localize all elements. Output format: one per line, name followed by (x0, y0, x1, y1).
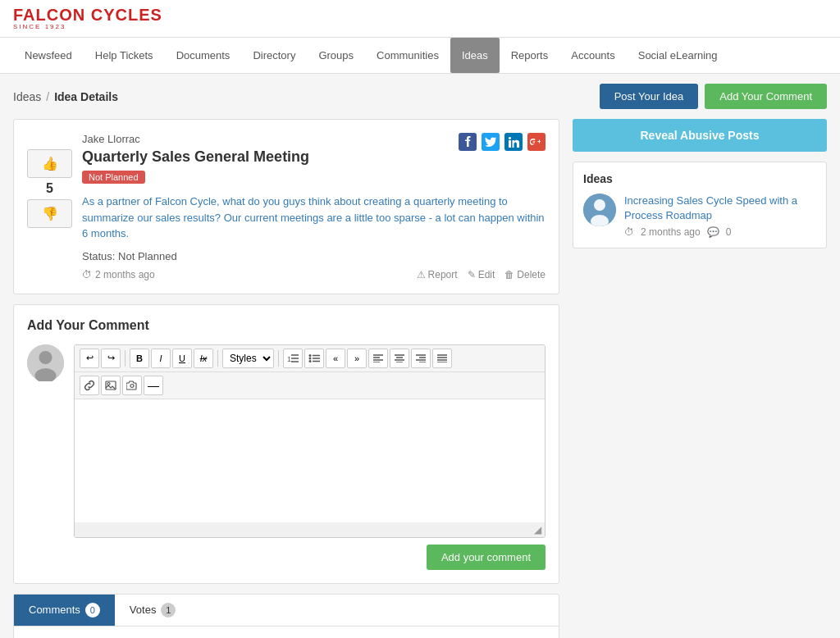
report-button[interactable]: ⚠ Report (417, 269, 458, 280)
nav-social-elearning[interactable]: Social eLearning (627, 38, 729, 73)
nav-reports[interactable]: Reports (500, 38, 560, 73)
nav-newsfeed[interactable]: Newsfeed (13, 38, 84, 73)
breadcrumb-actions: Post Your Idea Add Your Comment (600, 84, 827, 109)
svg-point-7 (309, 354, 312, 357)
breadcrumb-bar: Ideas / Idea Details Post Your Idea Add … (0, 74, 840, 119)
brand-name: FALCON CYCLES (13, 7, 162, 23)
idea-meta: ⏱ 2 months ago ⚠ Report ✎ Edit (82, 269, 546, 280)
tab-votes[interactable]: Votes 1 (115, 595, 191, 626)
sidebar-clock-icon: ⏱ (624, 226, 634, 238)
nav-ideas[interactable]: Ideas (450, 38, 500, 73)
editor-resize-handle: ◢ (75, 522, 545, 537)
tabs-section: Comments 0 Votes 1 No records to display (13, 594, 559, 639)
tab-comments[interactable]: Comments 0 (14, 595, 115, 626)
comment-editor-body[interactable] (75, 399, 545, 522)
align-left-button[interactable] (368, 349, 388, 368)
tab-comments-badge: 0 (85, 603, 100, 617)
clock-icon: ⏱ (82, 269, 92, 280)
pencil-icon: ✎ (468, 269, 476, 280)
toolbar-separator-3 (278, 350, 279, 367)
outdent-button[interactable]: « (326, 349, 345, 368)
main-layout: 👍 5 👎 Jake Llorrac Quarterly Sales Gener… (0, 119, 840, 638)
breadcrumb-parent[interactable]: Ideas (13, 90, 41, 103)
sidebar-idea-link[interactable]: Increasing Sales Cycle Speed with a Proc… (624, 194, 816, 223)
image-button[interactable] (101, 376, 121, 395)
ordered-list-button[interactable]: 1. (283, 349, 303, 368)
post-idea-button[interactable]: Post Your Idea (600, 84, 699, 109)
idea-actions: ⚠ Report ✎ Edit 🗑 Delete (417, 269, 546, 280)
upvote-button[interactable]: 👍 (27, 149, 72, 178)
sidebar-idea-content: Increasing Sales Cycle Speed with a Proc… (624, 194, 816, 238)
comment-form: ↩ ↪ B I U Ix Styles 1. (27, 344, 546, 538)
reveal-abusive-posts-button[interactable]: Reveal Abusive Posts (573, 119, 827, 152)
no-records-message: No records to display (14, 627, 559, 639)
unordered-list-button[interactable] (304, 349, 324, 368)
sidebar-comment-icon: 💬 (707, 226, 719, 238)
social-share-icons (459, 133, 546, 151)
add-comment-button[interactable]: Add your comment (427, 545, 546, 570)
facebook-share-icon[interactable] (459, 133, 477, 151)
strikethrough-button[interactable]: Ix (194, 349, 213, 368)
edit-button[interactable]: ✎ Edit (468, 269, 495, 280)
styles-dropdown[interactable]: Styles (222, 349, 274, 368)
idea-status-badge: Not Planned (82, 171, 145, 184)
status-value: Not Planned (118, 250, 177, 262)
vote-count: 5 (46, 181, 53, 196)
tabs-bar: Comments 0 Votes 1 (14, 595, 559, 627)
nav-directory[interactable]: Directory (241, 38, 307, 73)
twitter-share-icon[interactable] (482, 133, 500, 151)
header: FALCON CYCLES SINCE 1923 (0, 0, 840, 38)
redo-button[interactable]: ↪ (101, 349, 121, 368)
editor-toolbar: ↩ ↪ B I U Ix Styles 1. (75, 345, 545, 372)
undo-button[interactable]: ↩ (80, 349, 99, 368)
camera-button[interactable] (122, 376, 142, 395)
align-right-button[interactable] (411, 349, 431, 368)
add-comment-row: Add your comment (27, 545, 546, 570)
warning-icon: ⚠ (417, 269, 426, 280)
italic-button[interactable]: I (151, 349, 171, 368)
underline-button[interactable]: U (172, 349, 192, 368)
link-button[interactable] (80, 376, 99, 395)
idea-status-text: Status: Not Planned (82, 250, 546, 262)
justify-button[interactable] (432, 349, 452, 368)
svg-point-8 (309, 357, 312, 359)
tab-comments-label: Comments (29, 604, 80, 616)
idea-author: Jake Llorrac (82, 133, 309, 145)
nav-groups[interactable]: Groups (307, 38, 365, 73)
bold-button[interactable]: B (130, 349, 149, 368)
hr-button[interactable]: — (144, 376, 163, 395)
sidebar-idea-item: Increasing Sales Cycle Speed with a Proc… (583, 194, 816, 238)
resize-icon: ◢ (534, 524, 541, 535)
nav-communities[interactable]: Communities (365, 38, 450, 73)
commenter-avatar (27, 344, 64, 381)
sidebar-avatar-image (583, 194, 616, 226)
sidebar-ideas-title: Ideas (583, 172, 816, 185)
breadcrumb: Ideas / Idea Details (13, 90, 118, 103)
align-center-button[interactable] (390, 349, 409, 368)
brand-sub: SINCE 1923 (13, 23, 162, 30)
linkedin-share-icon[interactable] (504, 133, 523, 151)
idea-title: Quarterly Sales General Meeting (82, 148, 309, 166)
nav-documents[interactable]: Documents (165, 38, 242, 73)
breadcrumb-separator: / (46, 90, 49, 103)
trash-icon: 🗑 (504, 269, 514, 280)
avatar-icon (27, 344, 64, 381)
toolbar-separator-1 (125, 350, 126, 367)
idea-body: As a partner of Falcon Cycle, what do yo… (82, 194, 546, 242)
googleplus-share-icon[interactable] (527, 133, 546, 151)
sidebar: Reveal Abusive Posts Ideas Increasing Sa… (573, 119, 827, 638)
delete-button[interactable]: 🗑 Delete (504, 269, 546, 280)
downvote-button[interactable]: 👎 (27, 199, 72, 228)
idea-timestamp: ⏱ 2 months ago (82, 269, 155, 280)
nav-help-tickets[interactable]: Help Tickets (84, 38, 165, 73)
comment-editor: ↩ ↪ B I U Ix Styles 1. (74, 344, 546, 538)
logo: FALCON CYCLES SINCE 1923 (13, 7, 162, 30)
add-comment-top-button[interactable]: Add Your Comment (705, 84, 827, 109)
tab-votes-badge: 1 (161, 603, 176, 617)
toolbar-separator-2 (217, 350, 218, 367)
indent-button[interactable]: » (347, 349, 367, 368)
tab-votes-label: Votes (130, 604, 157, 616)
sidebar-ideas-card: Ideas Increasing Sales Cycle Speed with … (573, 162, 827, 248)
nav-accounts[interactable]: Accounts (559, 38, 626, 73)
svg-point-1 (39, 351, 52, 364)
